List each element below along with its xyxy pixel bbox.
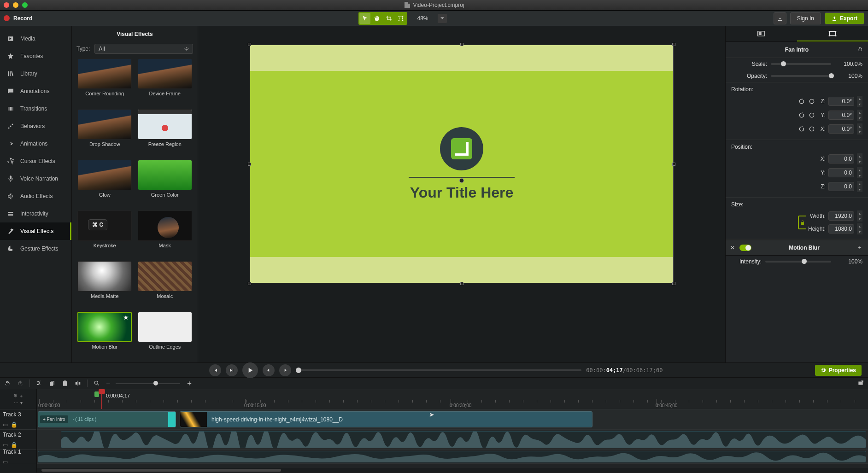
effect-keystroke[interactable]: ⌘ CKeystroke (77, 210, 132, 256)
split-button[interactable] (74, 380, 82, 387)
rotate-z-icon[interactable] (798, 98, 805, 105)
cut-button[interactable] (35, 380, 43, 387)
paste-button[interactable] (61, 380, 69, 387)
download-button[interactable] (774, 12, 786, 24)
hide-track-icon[interactable]: ▭ (3, 442, 8, 448)
sidebar-item-audio-effects[interactable]: Audio Effects (0, 187, 71, 205)
opacity-slider[interactable] (771, 75, 831, 77)
stepper[interactable]: ▲▼ (857, 153, 862, 164)
clip-video[interactable]: high-speed-driving-in-the-night_e4mj4wtz… (180, 411, 592, 427)
playback-scrubber[interactable] (296, 369, 581, 371)
clip-fan-intro[interactable]: + Fan Intro · ( 11 clips ) (38, 411, 176, 427)
effect-corner[interactable]: Corner Rounding (77, 58, 132, 104)
record-button[interactable]: Record (13, 15, 32, 22)
position-x-input[interactable]: 0.0 (828, 154, 854, 164)
width-input[interactable]: 1920.0 (828, 211, 854, 221)
play-button[interactable] (242, 362, 258, 378)
timeline-scrollbar[interactable] (37, 468, 868, 473)
stepper[interactable]: ▲▼ (857, 123, 862, 134)
zoom-window-icon[interactable] (22, 2, 28, 8)
resize-handle[interactable] (248, 282, 251, 285)
sidebar-item-favorites[interactable]: Favorites (0, 47, 71, 65)
step-forward-button[interactable] (279, 364, 291, 376)
zoom-dropdown[interactable] (438, 14, 447, 23)
stepper[interactable]: ▲▼ (857, 210, 862, 222)
favorite-icon[interactable]: ★ (123, 314, 129, 321)
type-select[interactable]: All (94, 44, 193, 54)
resize-handle[interactable] (248, 163, 251, 166)
stepper[interactable]: ▲▼ (857, 181, 862, 192)
effect-device[interactable]: Device Frame (138, 58, 193, 104)
track-3[interactable]: + Fan Intro · ( 11 clips ) high-speed-dr… (37, 409, 868, 430)
rotate-reset-icon[interactable] (808, 111, 815, 119)
rotation-y-input[interactable]: 0.0° (828, 111, 854, 120)
canvas-selection[interactable]: Your Title Here (250, 45, 674, 283)
effect-mediamatte[interactable]: Media Matte (77, 261, 132, 306)
add-track-button[interactable]: ＋ (19, 393, 23, 399)
position-y-input[interactable]: 0.0 (828, 168, 854, 177)
effect-mask[interactable]: Mask (138, 210, 193, 256)
effect-dropshadow[interactable]: Drop Shadow (77, 109, 132, 154)
effect-motionblur[interactable]: ★Motion Blur (77, 312, 132, 357)
rotate-reset-icon[interactable] (808, 125, 815, 133)
position-z-input[interactable]: 0.0 (828, 182, 854, 191)
sidebar-item-interactivity[interactable]: Interactivity (0, 205, 71, 222)
effect-freeze[interactable]: Freeze Region (138, 109, 193, 154)
resize-handle[interactable] (672, 43, 675, 46)
track-2[interactable] (37, 430, 868, 450)
record-icon[interactable] (4, 15, 10, 21)
rotate-x-icon[interactable] (798, 125, 805, 133)
track-options-icon[interactable]: ⋯ (14, 400, 18, 405)
pan-tool[interactable] (371, 13, 382, 24)
resize-handle[interactable] (460, 282, 463, 285)
sidebar-item-transitions[interactable]: Transitions (0, 100, 71, 117)
collapse-tracks-button[interactable]: ▾ (20, 400, 23, 405)
canvas-area[interactable]: Your Title Here (198, 26, 725, 362)
height-input[interactable]: 1080.0 (828, 224, 854, 234)
playhead[interactable] (101, 389, 102, 409)
minimize-window-icon[interactable] (13, 2, 18, 8)
zoom-in-button[interactable]: ＋ (186, 379, 193, 388)
detach-timeline-button[interactable] (857, 380, 864, 387)
rotate-reset-icon[interactable] (808, 98, 815, 105)
lock-track-icon[interactable]: 🔒 (11, 421, 18, 428)
crop-tool[interactable] (383, 13, 394, 24)
effect-toggle[interactable] (739, 245, 751, 251)
step-back-button[interactable] (263, 364, 275, 376)
collapse-icon[interactable]: ⊕ (13, 393, 17, 399)
remove-effect-button[interactable]: ✕ (730, 245, 737, 251)
stepper[interactable]: ▲▼ (857, 96, 862, 107)
sidebar-item-behaviors[interactable]: Behaviors (0, 117, 71, 135)
effect-mosaic[interactable]: Mosaic (138, 261, 193, 306)
zoom-out-button[interactable]: − (106, 379, 110, 387)
stepper[interactable]: ▲▼ (857, 110, 862, 121)
add-effect-button[interactable]: ＋ (857, 244, 863, 251)
properties-tab-transform[interactable] (797, 26, 868, 41)
effect-glow[interactable]: Glow (77, 160, 132, 205)
sidebar-item-gesture-effects[interactable]: Gesture Effects (0, 240, 71, 257)
resize-handle[interactable] (672, 282, 675, 285)
rotation-z-input[interactable]: 0.0° (828, 97, 854, 106)
sidebar-item-voice[interactable]: Voice Narration (0, 170, 71, 187)
stepper[interactable]: ▲▼ (857, 223, 862, 234)
properties-button[interactable]: Properties (815, 365, 862, 376)
resize-handle[interactable] (248, 43, 251, 46)
sidebar-item-media[interactable]: Media (0, 30, 71, 47)
resize-handle[interactable] (672, 163, 675, 166)
scale-slider[interactable] (771, 63, 831, 65)
clip-audio-2[interactable] (61, 431, 866, 448)
timeline-zoom-slider[interactable] (116, 383, 180, 384)
effect-greencolor[interactable]: Green Color (138, 160, 193, 205)
properties-tab-visual[interactable] (726, 26, 797, 41)
hide-track-icon[interactable]: ▭ (3, 421, 8, 428)
sidebar-item-cursor-effects[interactable]: Cursor Effects (0, 152, 71, 170)
resize-handle[interactable] (460, 43, 463, 46)
crop-mode-tool[interactable] (395, 13, 406, 24)
select-tool[interactable] (359, 13, 370, 24)
effect-outline[interactable]: Outline Edges (138, 312, 193, 357)
undo-button[interactable] (4, 380, 11, 387)
redo-button[interactable] (17, 380, 24, 387)
export-button[interactable]: Export (825, 12, 864, 24)
rotate-y-icon[interactable] (798, 111, 805, 119)
timeline-ruler[interactable]: 0:00:00;000:00:15;000:00:30;000:00:45;00… (37, 389, 868, 409)
